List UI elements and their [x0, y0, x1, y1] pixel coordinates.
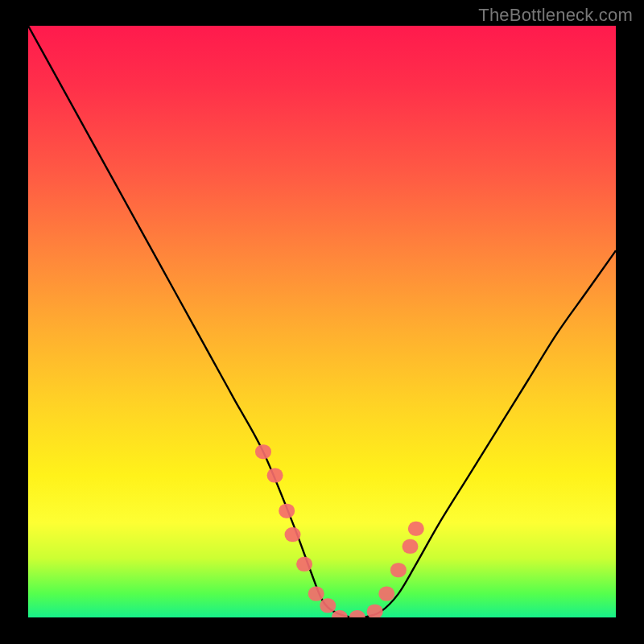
chart-plot-area	[28, 26, 616, 617]
curve-marker	[349, 610, 365, 617]
curve-marker	[402, 539, 419, 554]
curve-marker	[378, 587, 394, 601]
curve-markers	[255, 444, 424, 617]
curve-marker	[279, 504, 295, 518]
curve-marker	[255, 444, 271, 459]
curve-marker	[390, 563, 407, 577]
curve-marker	[408, 522, 424, 536]
curve-marker	[320, 598, 336, 613]
curve-marker	[308, 587, 324, 601]
bottleneck-curve	[28, 26, 616, 617]
curve-marker	[367, 605, 383, 617]
watermark-text: TheBottleneck.com	[478, 5, 633, 26]
chart-svg	[28, 26, 616, 617]
chart-frame: TheBottleneck.com	[0, 0, 644, 644]
curve-marker	[267, 469, 283, 483]
curve-marker	[296, 557, 312, 572]
curve-marker	[285, 527, 301, 542]
